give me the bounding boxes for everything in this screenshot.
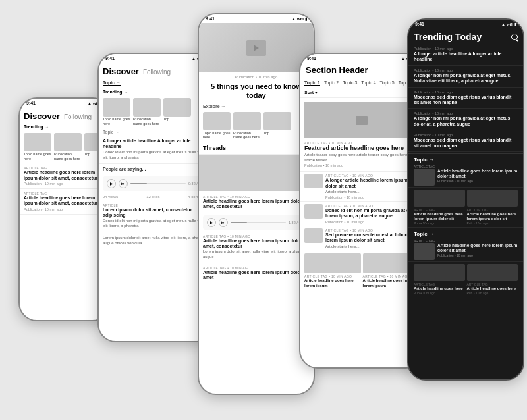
p4-article-3[interactable]: Article Tag • 10 min ago Sed posuere con… (300, 226, 423, 252)
p5-full-meta: Publication • 10 min ago (437, 179, 518, 183)
p3-thumb-1 (203, 112, 231, 130)
p5-title-b: Article headline goes here lorem ipsum d… (437, 243, 518, 253)
p5-meta-4: Publication • 10 min ago (414, 111, 518, 115)
p5-grid-item-1[interactable]: ARTICLE TAG Article headline goes here l… (414, 190, 465, 225)
p5-article-b[interactable]: ARTICLE TAG Article headline goes here l… (408, 238, 523, 262)
p2-card-label-3: Top... (163, 117, 191, 122)
p3-article-1[interactable]: Article Tag • 10 min ago Article headlin… (199, 192, 314, 213)
discover-following-2: Following (143, 68, 171, 76)
p5-grid-meta-1: Pub • 10m ago (414, 221, 465, 225)
play-btn-2[interactable]: ▶ (107, 179, 116, 188)
p2-card-1[interactable]: Topic name goes here (103, 98, 130, 126)
time-4: 9:41 (307, 56, 316, 61)
search-btn-5[interactable] (511, 31, 518, 43)
app-title-4: Section Header (306, 65, 368, 75)
p5-grid2-item-2[interactable]: ARTICLE TAG Article headline goes here P… (467, 264, 518, 295)
p5-full-content: Article headline goes here lorem ipsum d… (437, 169, 518, 183)
p3-article-3[interactable]: Article Tag • 10 min ago Article headlin… (199, 263, 314, 284)
p4-meta-1: Publication • 10 min ago (325, 196, 419, 199)
phone4-content: Section Header Topic 1 Topic 2 Topic 3 T… (300, 63, 423, 367)
p5-article-5[interactable]: Publication • 10 min ago Maecenas sed di… (408, 130, 523, 152)
skip-btn-2[interactable]: ⏭ (119, 179, 128, 188)
topic-cards-1: Topic name goes here Publication name go… (20, 130, 109, 163)
topic-card-1[interactable]: Topic name goes here (24, 133, 51, 161)
p2-article-3[interactable]: Lorem ipsum dolor sit amet nulla vitae e… (99, 232, 213, 249)
progress-bar-2 (130, 183, 186, 184)
p2-thumb-1 (103, 98, 130, 117)
grid-label-4-1: Article headline goes here lorem ipsum (304, 278, 361, 288)
p2-thumb-2 (133, 98, 161, 117)
stat-2: 12 likes (146, 195, 159, 199)
p3-article-2[interactable]: Article Tag • 10 min ago Article headlin… (199, 232, 314, 263)
p5-title-5: Maecenas sed diam eget risus varius blan… (414, 138, 518, 149)
p3-card-1[interactable]: Topic name goes here (203, 112, 231, 140)
signal-icon: ▲ (88, 101, 92, 105)
article-1-2[interactable]: ARTICLE TAG Article headline goes here l… (20, 189, 109, 215)
article-1-1[interactable]: ARTICLE TAG Article headline goes here l… (20, 163, 109, 189)
p4-headline-3: Sed posuere consectetur est at lobortis … (325, 232, 419, 244)
signal-5: ▲ (501, 22, 505, 26)
p2-article-2[interactable]: Article Lorem ipsum dolor sit amet, cons… (99, 201, 213, 232)
p4-thumb-1 (304, 174, 323, 188)
meta-1-1: Publication - 10 min ago (24, 182, 105, 186)
battery-3: ▮ (305, 16, 307, 21)
grid-2col-4: Article Tag • 10 min ago Article headlin… (300, 251, 423, 290)
tab-topic[interactable]: Topic → (103, 80, 121, 86)
tab-t3[interactable]: Topic 3 (343, 80, 357, 86)
p5-grid-title-2: Article headline goes here lorem ipsum d… (467, 212, 518, 221)
phone3-content: Publication • 10 min ago 5 things you ne… (199, 23, 314, 393)
p5-article-2[interactable]: Publication • 10 min ago A longer non mi… (408, 66, 523, 88)
featured-image-4 (304, 102, 419, 138)
progress-fill-2 (130, 183, 147, 184)
p5-grid-item-2[interactable]: ARTICLE TAG Article headline goes here l… (467, 190, 518, 225)
p5-title-4: A longer non mi porta gravida at eget me… (414, 116, 518, 127)
grid-item-4-1[interactable]: Article Tag • 10 min ago Article headlin… (304, 253, 361, 288)
tab-t4[interactable]: Topic 4 (361, 80, 375, 86)
p3-card-2[interactable]: Publication name goes here (233, 112, 261, 140)
player-row-3[interactable]: ▶ ⏭ 1:32 / 4:32 (203, 215, 310, 230)
p5-grid-thumb-1 (414, 190, 465, 207)
time-5: 9:41 (415, 22, 424, 26)
topic-card-2[interactable]: Publication name goes here (54, 133, 82, 161)
p2-body-3: Lorem ipsum dolor sit amet nulla vitae e… (103, 236, 209, 246)
p2-card-3[interactable]: Top... (163, 98, 191, 126)
p3-card-3[interactable]: Top... (264, 112, 291, 140)
p4-article-1[interactable]: Article Tag • 10 min ago A longer articl… (300, 172, 423, 202)
sort-btn-4[interactable]: Sort ▾ (304, 90, 318, 95)
trending-today-title: Trending Today (414, 32, 482, 42)
p4-headline-1: A longer article headline lorem ipsum do… (325, 178, 419, 189)
p4-article-2[interactable]: Article Tag • 10 min ago Donec id elit n… (300, 202, 423, 226)
p2-article-1[interactable]: A longer article headline A longer artic… (99, 136, 213, 163)
p3-label-2: Publication name goes here (233, 131, 261, 140)
featured-img-inner (304, 102, 419, 138)
p4-body-1: Article starts here... (325, 190, 419, 195)
p2-headline-2: Lorem ipsum dolor sit amet, consectetur … (103, 207, 209, 219)
signal-icon-2: ▲ (192, 57, 196, 61)
discover-header-1: Discover Following (20, 107, 109, 123)
featured-article-4[interactable]: Article Tag • 10 min ago Featured articl… (300, 98, 423, 172)
p5-grid2-item-1[interactable]: ARTICLE TAG Article headline goes here P… (414, 264, 465, 295)
meta-1-2: Publication - 10 min ago (24, 207, 105, 211)
tab-t2[interactable]: Topic 2 (324, 80, 339, 86)
player-row-2[interactable]: ▶ ⏭ 0:32 / 4:32 (103, 176, 209, 191)
p5-title-1: A longer article headline A longer artic… (414, 51, 518, 63)
status-bar-4: 9:41 ▲ wifi ▮ (300, 54, 423, 63)
p5-article-1[interactable]: Publication • 10 min ago A longer articl… (408, 44, 523, 66)
phone5-content: Trending Today Publication • 10 min ago … (408, 28, 523, 379)
p5-title-3: Maecenas sed diam eget risus varius blan… (414, 95, 518, 106)
p5-full-article[interactable]: ARTICLE TAG Article headline goes here l… (408, 163, 523, 188)
p2-body-2: Donec id elit non mi porta gravida at eg… (103, 219, 209, 229)
tab-t5[interactable]: Topic 5 (380, 80, 395, 86)
skip-btn-3[interactable]: ⏭ (219, 218, 228, 227)
threads-header-3: Threads (199, 142, 314, 155)
p5-topic-label-1: Topic → (408, 153, 523, 163)
p5-content-b: Article headline goes here lorem ipsum d… (437, 243, 518, 257)
play-btn-3[interactable]: ▶ (207, 218, 216, 227)
tab-t1[interactable]: Topic 1 (304, 80, 320, 86)
p5-article-4[interactable]: Publication • 10 min ago A longer non mi… (408, 109, 523, 130)
featured-meta-4: Publication • 10 min ago (304, 163, 419, 167)
p5-article-3[interactable]: Publication • 10 min ago Maecenas sed di… (408, 88, 523, 109)
p2-card-2[interactable]: Publication name goes here (133, 98, 161, 126)
p5-grid-1: ARTICLE TAG Article headline goes here l… (408, 188, 523, 228)
p5-grid-2: ARTICLE TAG Article headline goes here P… (408, 262, 523, 297)
